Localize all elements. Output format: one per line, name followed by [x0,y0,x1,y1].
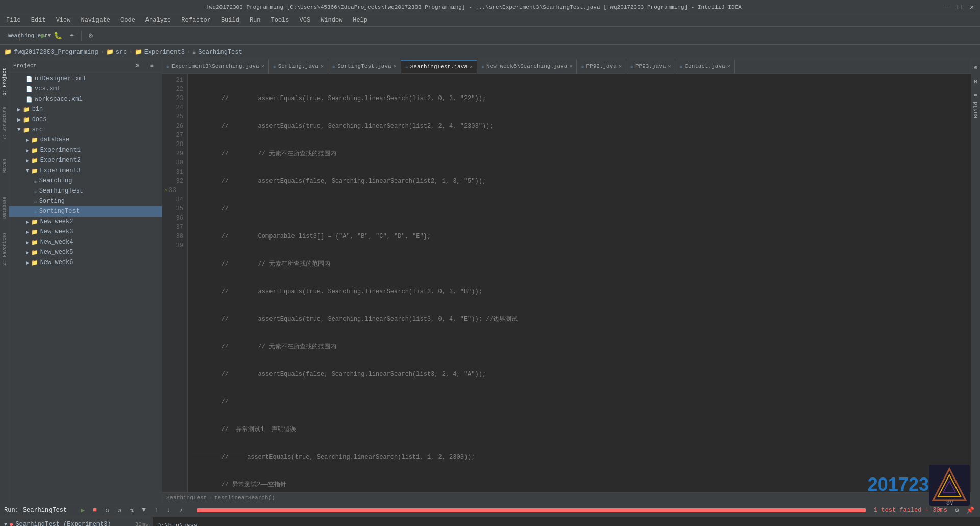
tree-item-vcs[interactable]: 📄 vcs.xml [9,84,162,94]
vtab-favorites[interactable]: 2: Favorites [1,229,9,270]
project-panel: Project ⚙ ≡ 📄 uiDesigner.xml 📄 vcs.xml 📄… [9,59,162,503]
tab-pp92[interactable]: ☕ PP92.java ✕ [577,60,626,73]
menu-run[interactable]: Run [246,16,265,25]
ln-35: 35 [164,204,183,213]
menu-view[interactable]: View [52,16,75,25]
run-tree-item-suite[interactable]: ▼ ● SearhingTest (Experiment3) 30ms [2,519,151,526]
vtab-structure[interactable]: 7: Structure [1,103,9,144]
vtab-maven[interactable]: Maven [1,145,9,186]
project-collapse-btn[interactable]: ≡ [145,60,158,72]
menu-edit[interactable]: Edit [27,16,50,25]
java-icon-sorting: ☕ [34,198,37,205]
run-export-btn[interactable]: ↗ [175,505,186,516]
code-text-33: // 异常测试1——声明错误 [192,425,296,434]
menu-file[interactable]: File [2,16,25,25]
tree-item-newweek4[interactable]: ▶ 📁 New_week4 [9,237,162,247]
tab-close-6[interactable]: ✕ [619,63,622,69]
run-next-btn[interactable]: ↓ [163,505,174,516]
window-controls: ─ □ ✕ [943,3,976,11]
menu-code[interactable]: Code [116,16,139,25]
menu-window[interactable]: Window [316,16,347,25]
menu-build[interactable]: Build [217,16,243,25]
tree-item-newweek5[interactable]: ▶ 📁 New_week5 [9,247,162,257]
code-text-23: // // 元素不在所查找的范围内 [192,149,336,158]
breadcrumb-project[interactable]: fwq20172303_Programming [14,49,99,56]
breadcrumb-src[interactable]: src [116,49,127,56]
tree-item-bin[interactable]: ▶ 📁 bin [9,104,162,114]
toolbar-run-config[interactable]: SearhingTest ▼ [23,30,35,42]
project-panel-title: Project [13,63,37,69]
tab-close-1[interactable]: ✕ [261,63,264,69]
tree-item-experiment3[interactable]: ▼ 📁 Experiment3 [9,165,162,176]
toolbar-run-btn[interactable]: ▶ [37,30,50,42]
breadcrumb-experiment[interactable]: Experiment3 [144,49,185,56]
tree-item-newweek3[interactable]: ▶ 📁 New_week3 [9,227,162,237]
run-filter-btn[interactable]: ▼ [138,505,150,516]
tree-item-database[interactable]: ▶ 📁 database [9,135,162,145]
tree-label-newweek6: New_week6 [40,259,74,266]
code-content[interactable]: // assertEquals(true, Searching.linearSe… [188,74,971,492]
tree-item-uidesigner[interactable]: 📄 uiDesigner.xml [9,74,162,84]
experiment-icon: 📁 [135,48,142,56]
menu-refactor[interactable]: Refactor [177,16,215,25]
tab-close-7[interactable]: ✕ [668,63,671,69]
tree-item-sortingtest[interactable]: ☕ SortingTest [9,206,162,217]
breadcrumb-file[interactable]: SearhingTest [198,49,242,56]
right-tool-1[interactable]: ⚙ [970,61,981,74]
right-build-btn[interactable]: Build [970,104,981,116]
code-text-25: // [192,204,229,213]
right-tool-3[interactable]: ≡ [970,90,981,102]
tree-item-sorting[interactable]: ☕ Sorting [9,196,162,206]
run-sort-btn[interactable]: ⇅ [126,505,137,516]
code-text-34: // assertEquals(true, Searching.linearSe… [192,452,475,462]
run-pin-btn[interactable]: 📌 [965,505,976,516]
tree-item-experiment1[interactable]: ▶ 📁 Experiment1 [9,145,162,155]
tab-pp93[interactable]: ☕ PP93.java ✕ [626,60,675,73]
tab-close-2[interactable]: ✕ [321,63,324,69]
run-stop-btn[interactable]: ■ [89,505,101,516]
tree-item-newweek6[interactable]: ▶ 📁 New_week6 [9,257,162,268]
code-text-28: // assertEquals(true, Searching.linearSe… [192,287,482,296]
code-line-26: // Comparable list3[] = {"A", "B", "C", … [192,232,967,241]
tab-searching-exp3[interactable]: ☕ Experiment3\Searching.java ✕ [162,60,269,73]
run-rerun-failed-btn[interactable]: ↺ [114,505,125,516]
tab-close-3[interactable]: ✕ [394,63,397,69]
maximize-button[interactable]: □ [955,3,964,11]
tree-item-newweek2[interactable]: ▶ 📁 New_week2 [9,217,162,227]
toolbar-debug-btn[interactable]: 🐛 [52,30,64,42]
tree-item-searching[interactable]: ☕ Searching [9,176,162,186]
menu-analyze[interactable]: Analyze [141,16,175,25]
tab-close-8[interactable]: ✕ [727,63,730,69]
close-button[interactable]: ✕ [968,3,976,11]
tab-searhingtest[interactable]: ☕ SearhingTest.java ✕ [401,60,477,73]
run-prev-btn[interactable]: ↑ [151,505,162,516]
tab-sorting[interactable]: ☕ Sorting.java ✕ [269,60,328,73]
tab-close-4[interactable]: ✕ [470,64,473,70]
menu-navigate[interactable]: Navigate [77,16,114,25]
toolbar-settings[interactable]: ⚙ [85,30,97,42]
project-settings-btn[interactable]: ⚙ [131,60,143,72]
title-bar: fwq20172303_Programming [C:\Users\45366\… [0,0,980,14]
run-play-btn[interactable]: ▶ [77,505,88,516]
tree-item-experiment2[interactable]: ▶ 📁 Experiment2 [9,155,162,165]
menu-vcs[interactable]: VCS [296,16,315,25]
minimize-button[interactable]: ─ [943,3,951,11]
tree-item-searhingtest[interactable]: ☕ SearhingTest [9,186,162,196]
vtab-project[interactable]: 1: Project [1,61,9,102]
run-label: Run: [4,507,19,514]
vtab-database[interactable]: Database [1,187,9,228]
tab-close-5[interactable]: ✕ [569,63,572,69]
chevron-right-icon-bin: ▶ [17,106,21,113]
tree-item-docs[interactable]: ▶ 📁 docs [9,114,162,125]
run-rerun-btn[interactable]: ↻ [102,505,113,516]
menu-tools[interactable]: Tools [267,16,293,25]
tree-item-workspace[interactable]: 📄 workspace.xml [9,94,162,104]
run-settings-btn[interactable]: ⚙ [951,505,963,516]
toolbar-coverage-btn[interactable]: ☂ [66,30,78,42]
tab-sortingtest[interactable]: ☕ SortingTest.java ✕ [328,60,401,73]
tab-newweek6-searching[interactable]: ☕ New_week6\Searching.java ✕ [477,60,577,73]
tab-contact[interactable]: ☕ Contact.java ✕ [675,60,734,73]
right-tool-2[interactable]: M [970,76,981,88]
menu-help[interactable]: Help [349,16,372,25]
tree-item-src[interactable]: ▼ 📁 src [9,125,162,135]
